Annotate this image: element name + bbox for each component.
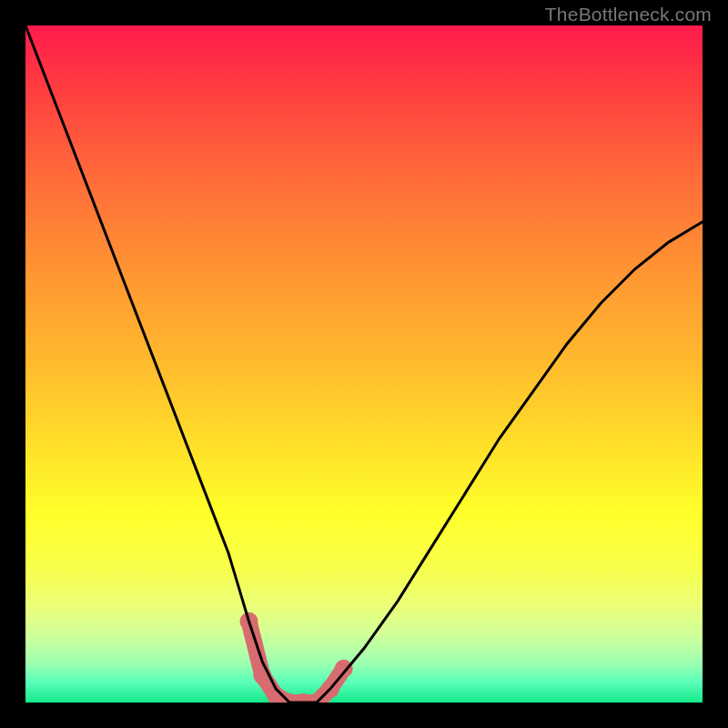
chart-svg xyxy=(25,25,703,703)
marker-group xyxy=(240,612,353,703)
watermark-text: TheBottleneck.com xyxy=(545,4,712,25)
plot-area xyxy=(25,25,703,703)
bottleneck-curve xyxy=(25,25,703,703)
marker-dot xyxy=(335,660,353,678)
chart-container: { "watermark": "TheBottleneck.com", "cha… xyxy=(0,0,728,728)
